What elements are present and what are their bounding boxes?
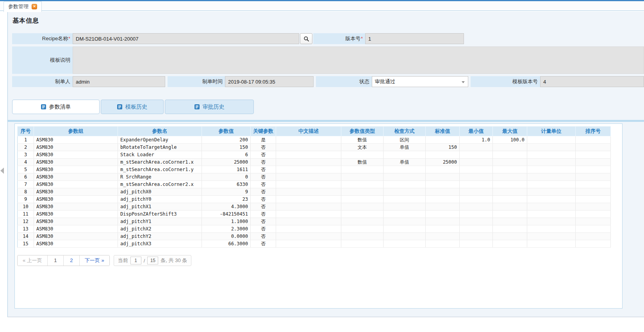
table-cell	[341, 188, 384, 196]
table-cell	[527, 211, 576, 218]
table-cell: 否	[251, 211, 276, 218]
table-cell: DispPosnZAfterShift3	[118, 211, 202, 218]
page-title: 基本信息	[12, 17, 39, 25]
table-cell	[460, 196, 493, 203]
table-cell	[493, 188, 527, 196]
column-header: 参数组	[34, 127, 118, 136]
table-cell: 11	[18, 211, 34, 218]
tab-parameter-management[interactable]: 参数管理	[4, 1, 42, 12]
prev-page-button[interactable]: « 上一页	[18, 255, 48, 266]
table-row[interactable]: 6ASM830R SrchRange0否	[18, 173, 611, 181]
table-cell	[493, 211, 527, 218]
creator-input[interactable]: admin	[73, 76, 165, 87]
search-button[interactable]	[300, 33, 312, 44]
table-cell: 6330	[202, 181, 251, 188]
close-icon[interactable]	[32, 4, 37, 9]
table-row[interactable]: 3ASM830Stack Loader6否	[18, 151, 611, 159]
table-cell: adj_pitchX3	[118, 240, 202, 248]
table-cell	[527, 151, 576, 159]
status-select[interactable]: 审批通过	[372, 76, 468, 87]
tab-label: 审批历史	[203, 104, 225, 111]
table-cell: ASM830	[34, 144, 118, 151]
tab-label: 模板历史	[125, 104, 147, 111]
page-size-input[interactable]	[147, 257, 158, 264]
table-cell: 单值	[384, 159, 426, 166]
table-cell: 9	[18, 196, 34, 203]
table-cell	[576, 144, 611, 151]
table-row[interactable]: 5ASM830m_stSearchArea.coCorner1.y1611否	[18, 166, 611, 173]
table-cell: 数值	[341, 159, 384, 166]
parameter-table-panel: 序号参数组参数名参数值关键参数中文描述参数值类型检查方式标准值最小值最大值计量单…	[14, 123, 623, 309]
table-row[interactable]: 10ASM830adj_pitchX14.3000否	[18, 203, 611, 211]
table-cell: 否	[251, 196, 276, 203]
table-cell: -842150451	[202, 211, 251, 218]
table-row[interactable]: 12ASM830adj_pitchY11.1000否	[18, 218, 611, 225]
table-row[interactable]: 7ASM830m_stSearchArea.coCorner2.x6330否	[18, 181, 611, 188]
table-cell	[493, 159, 527, 166]
version-input[interactable]: 1	[365, 33, 464, 44]
table-cell	[426, 173, 460, 181]
table-cell	[527, 196, 576, 203]
recipe-name-input[interactable]: DM-S21OB-014-V01-20007	[73, 33, 299, 44]
table-cell: 4.3000	[202, 203, 251, 211]
current-page-input[interactable]	[130, 257, 141, 264]
page-button-group: « 上一页12下一页 »	[17, 255, 110, 266]
table-cell	[493, 166, 527, 173]
create-time-input[interactable]: 2019-08-17 09:05:35	[225, 76, 314, 87]
table-cell	[426, 211, 460, 218]
table-cell	[426, 181, 460, 188]
table-cell: 23	[202, 196, 251, 203]
table-cell	[527, 159, 576, 166]
table-row[interactable]: 9ASM830adj_pitchY023否	[18, 196, 611, 203]
next-page-button[interactable]: 下一页 »	[80, 255, 109, 266]
table-row[interactable]: 8ASM830adj_pitchX09否	[18, 188, 611, 196]
recipe-name-label: Recipe名称*	[12, 33, 73, 44]
table-cell	[493, 240, 527, 248]
table-cell: ASM830	[34, 159, 118, 166]
create-time-label: 制单时间	[168, 76, 225, 87]
table-cell: 10	[18, 203, 34, 211]
table-row[interactable]: 4ASM830m_stSearchArea.coCorner1.x25000否数…	[18, 159, 611, 166]
table-cell	[576, 240, 611, 248]
table-cell: 单值	[384, 144, 426, 151]
collapse-panel-icon[interactable]	[0, 168, 4, 174]
table-cell	[341, 181, 384, 188]
basic-info-form: Recipe名称* DM-S21OB-014-V01-20007 版本号* 1 …	[12, 33, 644, 87]
page-button[interactable]: 2	[64, 255, 80, 266]
table-row[interactable]: 2ASM830bRotateToTargetAngle150否文本单值150	[18, 144, 611, 151]
table-cell	[384, 203, 426, 211]
table-cell: 2.3000	[202, 225, 251, 233]
table-row[interactable]: 11ASM830DispPosnZAfterShift3-842150451否	[18, 211, 611, 218]
table-row[interactable]: 15ASM830adj_pitchX366.3000否	[18, 240, 611, 248]
table-cell	[384, 196, 426, 203]
list-icon	[41, 104, 46, 109]
chevron-down-icon	[462, 81, 465, 83]
table-cell	[426, 188, 460, 196]
table-cell	[460, 211, 493, 218]
template-desc-textarea[interactable]	[73, 46, 644, 74]
table-cell	[576, 173, 611, 181]
table-cell: 否	[251, 233, 276, 240]
table-cell	[384, 225, 426, 233]
tab-approval-history[interactable]: 审批历史	[165, 100, 254, 114]
table-row[interactable]: 1ASM830ExpanderOpenDelay200是数值区间1.0100.0	[18, 136, 611, 144]
status-select-value: 审批通过	[375, 78, 395, 85]
table-cell: 6	[202, 151, 251, 159]
table-cell	[493, 144, 527, 151]
table-cell: 14	[18, 233, 34, 240]
template-version-input[interactable]: 4	[540, 76, 644, 87]
tab-label: 参数清单	[49, 104, 71, 111]
table-cell: ASM830	[34, 136, 118, 144]
recipe-name-label-text: Recipe名称	[42, 35, 68, 42]
table-cell: adj_pitchX2	[118, 225, 202, 233]
table-cell	[276, 144, 341, 151]
table-cell	[384, 240, 426, 248]
creator-label: 制单人	[12, 76, 73, 87]
table-row[interactable]: 13ASM830adj_pitchX22.3000否	[18, 225, 611, 233]
table-row[interactable]: 14ASM830adj_pitchY20.0000否	[18, 233, 611, 240]
tab-template-history[interactable]: 模板历史	[101, 100, 164, 114]
current-page-button[interactable]: 1	[48, 255, 64, 266]
table-cell	[341, 166, 384, 173]
table-cell	[460, 181, 493, 188]
tab-parameter-list[interactable]: 参数清单	[12, 100, 100, 114]
